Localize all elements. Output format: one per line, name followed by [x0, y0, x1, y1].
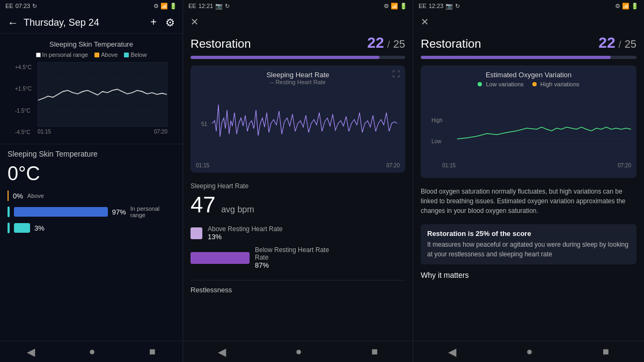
oxy-x-start: 01:15 — [442, 162, 456, 168]
skin-temp-lower: Sleeping Skin Temperature 0°C 0% Above 9… — [0, 144, 182, 243]
sleeping-hr-label: Sleeping Heart Rate — [191, 182, 405, 190]
range-bar-fill — [14, 207, 108, 217]
score-bar-fill-2 — [191, 56, 379, 59]
battery-icon: 🔋 — [170, 3, 177, 10]
chart-canvas — [38, 62, 167, 127]
oxy-legend-low-label: Low variations — [486, 81, 523, 87]
y-label-1: -4.5°C — [15, 129, 38, 135]
nav-home-3[interactable]: ● — [526, 345, 532, 358]
oxy-low-label: Low — [431, 138, 443, 144]
legend-below: Below — [124, 51, 147, 58]
temp-chart-svg — [38, 63, 167, 126]
nav-back-1[interactable]: ◀ — [27, 345, 35, 358]
back-button[interactable]: ← — [8, 17, 18, 29]
range-indicator — [8, 206, 10, 217]
p3-scrollable[interactable]: Estimated Oxygen Variation Low variation… — [413, 65, 644, 362]
below-bar-block — [191, 252, 250, 264]
svg-text:51: 51 — [201, 121, 208, 127]
heart-chart-svg-wrap: 51 01:15 07:20 — [196, 88, 400, 158]
oxy-dot-high — [532, 82, 537, 86]
oxy-high-label: High — [431, 117, 443, 123]
range-label: In personal range — [130, 205, 175, 218]
close-button-2[interactable]: ✕ — [191, 16, 199, 28]
oxy-legend-high: High variations — [532, 81, 580, 87]
nav-square-1[interactable]: ■ — [149, 345, 156, 358]
status-bar-2: EE 12:21 📷 ↻ ⚙ 📶 🔋 — [183, 0, 413, 12]
status-right-3: ⚙ 📶 🔋 — [615, 3, 639, 10]
avg-bpm: 47 — [191, 192, 216, 217]
sync-icon: ↻ — [32, 3, 37, 10]
score-bar-3 — [421, 56, 636, 59]
chart-y-labels: +4.5°C +1.5°C -1.5°C -4.5°C — [15, 62, 38, 137]
stats-section: Sleeping Heart Rate 47 avg bpm — [183, 179, 413, 222]
oxy-chart-area: High Low — [426, 91, 631, 160]
status-right-2: ⚙ 📶 🔋 — [384, 3, 407, 10]
alarm-icon-3: ⚙ — [615, 3, 620, 10]
sync-icon-2: ↻ — [225, 3, 230, 10]
status-bar-3: EE 12:23 📷 ↻ ⚙ 📶 🔋 — [413, 0, 644, 12]
p2-scrollable[interactable]: Sleeping Heart Rate -- Resting Heart Rat… — [183, 65, 413, 362]
oxy-legend-low: Low variations — [478, 81, 523, 87]
above-bar-wrap: Above Resting Heart Rate 13% — [208, 225, 405, 241]
nav-square-3[interactable]: ■ — [603, 345, 609, 358]
time-3: 12:23 — [429, 3, 444, 9]
heart-chart-title: Sleeping Heart Rate — [196, 71, 400, 79]
camera-icon-3: 📷 — [445, 3, 453, 10]
info-card: Restoration is 25% of the score It measu… — [421, 224, 636, 264]
restoration-score-2: 22 / 25 — [367, 34, 405, 51]
settings-button[interactable]: ⚙ — [165, 16, 175, 29]
expand-button[interactable]: ⛶ — [392, 70, 400, 78]
below-hr-label: Below Resting Heart Rate — [255, 246, 405, 254]
svg-rect-7 — [442, 91, 631, 160]
y-label-3: +1.5°C — [15, 86, 38, 92]
oxy-legend-high-label: High variations — [540, 81, 580, 87]
oxy-svg — [426, 91, 631, 160]
legend-in-range-label: In personal range — [42, 51, 89, 58]
skin-temp-chart-title: Sleeping Skin Temperature — [8, 40, 175, 48]
time-1: 07:23 — [16, 3, 31, 9]
nav-home-2[interactable]: ● — [295, 345, 302, 358]
in-range-bar-row: 97% In personal range — [8, 205, 175, 218]
panel-1: EE 07:23 ↻ ⚙ 📶 🔋 ← Thursday, Sep 24 + ⚙ … — [0, 0, 182, 362]
below-indicator — [8, 223, 10, 233]
chart-x-labels: 01:15 07:20 — [38, 128, 167, 137]
skin-temp-lower-title: Sleeping Skin Temperature — [8, 150, 175, 158]
nav-square-2[interactable]: ■ — [371, 345, 378, 358]
add-button[interactable]: + — [150, 16, 157, 29]
status-left-1: EE 07:23 ↻ — [5, 3, 37, 10]
y-label-2: -1.5°C — [15, 108, 38, 114]
score-bar-fill-3 — [421, 56, 611, 59]
signal-icon: 📶 — [160, 3, 168, 10]
nav-back-3[interactable]: ◀ — [448, 345, 456, 358]
oxy-dot-low — [478, 82, 482, 86]
camera-icon: 📷 — [215, 3, 223, 10]
p1-header: ← Thursday, Sep 24 + ⚙ — [0, 12, 182, 34]
restoration-header-3: Restoration 22 / 25 — [413, 32, 644, 56]
status-left-2: EE 12:21 📷 ↻ — [188, 3, 230, 10]
legend-below-label: Below — [130, 51, 147, 58]
stat-bar-section: Above Resting Heart Rate 13% Below Resti… — [183, 222, 413, 278]
info-card-text: It measures how peaceful or agitated you… — [427, 240, 630, 259]
p3-header: ✕ — [413, 12, 644, 32]
carrier-text-2: EE — [188, 3, 196, 9]
heart-x-start: 01:15 — [196, 162, 209, 168]
score-sep-2: / — [387, 39, 390, 50]
battery-icon-3: 🔋 — [631, 3, 639, 10]
nav-back-2[interactable]: ◀ — [218, 345, 226, 358]
below-pct: 3% — [34, 224, 45, 232]
below-hr-row: Below Resting Heart Rate Rate 87% — [191, 246, 405, 269]
heart-chart-box: Sleeping Heart Rate -- Resting Heart Rat… — [191, 65, 405, 173]
status-bar-1: EE 07:23 ↻ ⚙ 📶 🔋 — [0, 0, 182, 12]
oxy-chart-box: Estimated Oxygen Variation Low variation… — [421, 65, 636, 178]
range-pct: 97% — [112, 208, 126, 216]
restoration-score-3: 22 / 25 — [598, 34, 636, 51]
x-end: 07:20 — [154, 129, 167, 136]
info-card-title: Restoration is 25% of the score — [427, 230, 630, 238]
restoration-label-2: Restoration — [191, 37, 251, 51]
divider-2 — [191, 280, 405, 280]
nav-home-1[interactable]: ● — [89, 345, 95, 358]
score-num-3: 22 — [598, 34, 615, 51]
header-icons: + ⚙ — [150, 16, 175, 29]
close-button-3[interactable]: ✕ — [421, 16, 429, 28]
carrier-text-3: EE — [419, 3, 427, 9]
